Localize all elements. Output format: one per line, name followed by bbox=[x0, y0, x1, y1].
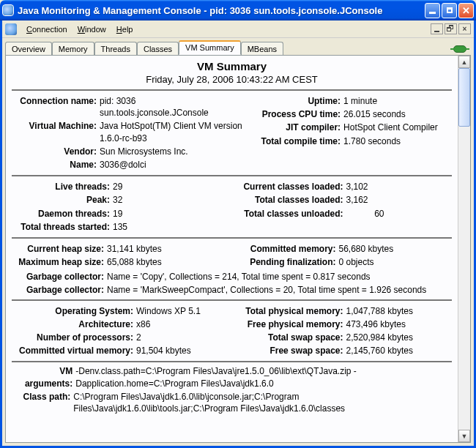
value-os: Windows XP 5.1 bbox=[136, 305, 228, 317]
label-fs: Free swap space: bbox=[237, 345, 346, 356]
label-virtual-machine: Virtual Machine: bbox=[12, 120, 100, 132]
value-fs: 2,145,760 kbytes bbox=[346, 345, 453, 356]
label-jit: JIT compiler: bbox=[251, 122, 343, 133]
label-classes-total: Total classes loaded: bbox=[237, 194, 346, 206]
vertical-scrollbar[interactable]: ▲ ▼ bbox=[458, 56, 470, 442]
label-connection-name: Connection name: bbox=[12, 95, 100, 107]
value-peak: 32 bbox=[113, 194, 228, 206]
value-procs: 2 bbox=[136, 332, 228, 343]
connection-status-icon bbox=[453, 45, 466, 53]
menu-connection[interactable]: Connection bbox=[21, 23, 72, 36]
scroll-track[interactable] bbox=[458, 68, 470, 430]
value-gc2: Name = 'MarkSweepCompact', Collections =… bbox=[107, 284, 426, 296]
label-cvm: Committed virtual memory: bbox=[12, 345, 136, 356]
mdi-close-button[interactable]: × bbox=[458, 23, 471, 34]
value-gc1: Name = 'Copy', Collections = 214, Total … bbox=[107, 271, 371, 283]
divider bbox=[12, 175, 452, 176]
value-maxheap: 65,088 kbytes bbox=[107, 256, 228, 268]
value-daemon: 19 bbox=[113, 208, 228, 220]
menubar: Connection Window Help × bbox=[2, 20, 474, 38]
value-vmargs: -Denv.class.path=C:\Program Files\Java\j… bbox=[75, 365, 452, 389]
label-gc2: Garbage collector: bbox=[12, 284, 107, 296]
label-ts: Total swap space: bbox=[237, 332, 346, 343]
java-icon bbox=[5, 23, 17, 35]
page-title: VM Summary bbox=[12, 60, 452, 72]
value-started: 135 bbox=[113, 221, 228, 233]
menu-window[interactable]: Window bbox=[72, 23, 111, 36]
label-vmargs: VM arguments: bbox=[12, 365, 75, 389]
mdi-minimize-button[interactable] bbox=[431, 23, 443, 34]
app-icon bbox=[2, 4, 14, 16]
value-committed: 56,680 kbytes bbox=[339, 243, 453, 255]
maximize-button[interactable] bbox=[442, 3, 457, 18]
value-ts: 2,520,984 kbytes bbox=[346, 332, 453, 343]
label-cpu-time: Process CPU time: bbox=[251, 108, 343, 120]
label-live-threads: Live threads: bbox=[12, 181, 113, 193]
value-pending: 0 objects bbox=[339, 256, 453, 268]
value-connection-name: pid: 3036 sun.tools.jconsole.JConsole bbox=[100, 95, 242, 119]
label-fp: Free physical memory: bbox=[237, 318, 346, 330]
value-live-threads: 29 bbox=[113, 181, 228, 193]
label-vendor: Vendor: bbox=[12, 146, 100, 157]
tab-mbeans[interactable]: MBeans bbox=[241, 42, 283, 56]
tab-threads[interactable]: Threads bbox=[94, 42, 137, 56]
tabbar: Overview Memory Threads Classes VM Summa… bbox=[2, 38, 474, 55]
value-fp: 473,496 kbytes bbox=[346, 318, 453, 330]
value-vendor: Sun Microsystems Inc. bbox=[100, 146, 242, 157]
divider bbox=[12, 237, 452, 239]
tab-overview[interactable]: Overview bbox=[5, 42, 52, 56]
value-arch: x86 bbox=[136, 318, 228, 330]
label-compile-time: Total compile time: bbox=[251, 135, 343, 147]
label-tp: Total physical memory: bbox=[237, 305, 346, 317]
window-title: Java Monitoring & Management Console - p… bbox=[18, 5, 425, 16]
label-peak: Peak: bbox=[12, 194, 113, 206]
value-classpath: C:\Program Files\Java\jdk1.6.0\lib\jcons… bbox=[73, 391, 452, 414]
label-maxheap: Maximum heap size: bbox=[12, 256, 107, 268]
scroll-thumb[interactable] bbox=[458, 68, 470, 127]
tab-memory[interactable]: Memory bbox=[52, 42, 94, 56]
vm-summary-content: VM Summary Friday, July 28, 2006 10:43:2… bbox=[6, 56, 458, 442]
divider bbox=[12, 361, 452, 362]
value-jit: HotSpot Client Compiler bbox=[343, 122, 452, 133]
window-titlebar: Java Monitoring & Management Console - p… bbox=[0, 0, 476, 20]
label-classes-loaded: Current classes loaded: bbox=[237, 181, 346, 193]
label-classes-unloaded: Total classes unloaded: bbox=[237, 208, 346, 220]
label-name: Name: bbox=[12, 159, 100, 171]
value-cvm: 91,504 kbytes bbox=[136, 345, 228, 356]
label-os: Operating System: bbox=[12, 305, 136, 317]
label-procs: Number of processors: bbox=[12, 332, 136, 343]
mdi-restore-button[interactable] bbox=[445, 23, 457, 34]
value-name: 3036@dolci bbox=[100, 159, 242, 171]
label-arch: Architecture: bbox=[12, 318, 136, 330]
label-daemon: Daemon threads: bbox=[12, 208, 113, 220]
value-cpu-time: 26.015 seconds bbox=[343, 108, 452, 120]
divider bbox=[12, 89, 452, 91]
value-uptime: 1 minute bbox=[343, 95, 452, 107]
value-classes-loaded: 3,102 bbox=[346, 181, 453, 193]
value-heap: 31,141 kbytes bbox=[107, 243, 228, 255]
tab-panel: VM Summary Friday, July 28, 2006 10:43:2… bbox=[5, 55, 471, 443]
divider bbox=[12, 299, 452, 301]
label-gc1: Garbage collector: bbox=[12, 271, 107, 283]
value-virtual-machine: Java HotSpot(TM) Client VM version 1.6.0… bbox=[100, 120, 242, 143]
scroll-down-button[interactable]: ▼ bbox=[458, 430, 470, 442]
label-classpath: Class path: bbox=[12, 391, 73, 414]
tab-vmsummary[interactable]: VM Summary bbox=[179, 40, 241, 55]
minimize-button[interactable] bbox=[425, 3, 440, 18]
close-button[interactable]: ✕ bbox=[458, 3, 474, 18]
label-heap: Current heap size: bbox=[12, 243, 107, 255]
scroll-up-button[interactable]: ▲ bbox=[458, 56, 470, 68]
value-tp: 1,047,788 kbytes bbox=[346, 305, 453, 317]
menu-help[interactable]: Help bbox=[111, 23, 138, 36]
tab-classes[interactable]: Classes bbox=[137, 42, 179, 56]
label-pending: Pending finalization: bbox=[237, 256, 339, 268]
value-classes-unloaded: 60 bbox=[346, 208, 384, 220]
label-started: Total threads started: bbox=[12, 221, 113, 233]
label-uptime: Uptime: bbox=[251, 95, 343, 107]
value-compile-time: 1.780 seconds bbox=[343, 135, 452, 147]
label-committed: Committed memory: bbox=[237, 243, 339, 255]
value-classes-total: 3,162 bbox=[346, 194, 453, 206]
summary-date: Friday, July 28, 2006 10:43:22 AM CEST bbox=[12, 74, 452, 85]
